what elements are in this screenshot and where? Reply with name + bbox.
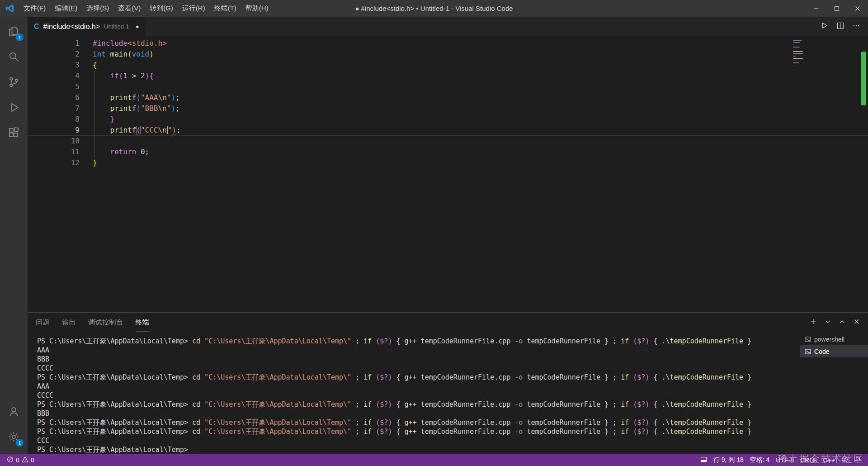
code-token: ; — [175, 93, 180, 102]
sidebar-item-search[interactable] — [0, 45, 28, 70]
line-number[interactable]: 9 — [28, 125, 93, 136]
line-number[interactable]: 12 — [28, 157, 93, 168]
line-number[interactable]: 10 — [28, 136, 93, 147]
line-number[interactable]: 7 — [28, 103, 93, 114]
vscode-logo-icon — [0, 4, 19, 13]
line-number[interactable]: 11 — [28, 147, 93, 157]
code-token: \n — [158, 93, 167, 102]
split-editor-button[interactable] — [837, 22, 844, 31]
minimap-line — [793, 58, 803, 59]
panel-body: PS C:\Users\王孖豪\AppData\Local\Temp> cd "… — [28, 332, 868, 454]
launch-profile-chevron-icon[interactable] — [825, 319, 831, 327]
code-token: { — [149, 71, 154, 80]
code-line[interactable]: 6 printf("AAA\n"); — [28, 92, 868, 103]
status-cursor-position[interactable]: 行 9, 列 18 — [710, 456, 747, 464]
menu-item[interactable]: 编辑(E) — [50, 0, 82, 17]
minimap-line — [793, 44, 793, 45]
problems-status[interactable]: 0 0 — [4, 454, 38, 466]
search-icon — [8, 51, 20, 65]
run-code-button[interactable] — [821, 22, 828, 31]
panel-tab[interactable]: 调试控制台 — [88, 313, 123, 332]
minimap[interactable] — [793, 40, 820, 66]
code-line[interactable]: 11 return 0; — [28, 147, 868, 157]
sidebar-item-account[interactable] — [0, 399, 28, 425]
panel-tab[interactable]: 问题 — [36, 313, 50, 332]
line-text: #include<stdio.h> — [93, 38, 167, 49]
line-number[interactable]: 4 — [28, 71, 93, 81]
maximize-panel-button[interactable] — [839, 319, 845, 327]
code-token: void — [132, 50, 150, 58]
close-panel-button[interactable] — [854, 319, 860, 327]
code-token: " — [167, 93, 171, 102]
editor-tab-bar: C #include<stdio.h> Untitled-1 ● — [28, 17, 868, 36]
status-text-items: 行 9, 列 18空格: 4UTF-8CRLFC++ — [710, 456, 838, 464]
code-token: ; — [145, 147, 150, 156]
code-token: ( — [136, 93, 141, 102]
errors-count: 0 — [16, 456, 19, 464]
code-line[interactable]: 3{ — [28, 60, 868, 71]
new-terminal-button[interactable] — [810, 319, 816, 327]
code-line[interactable]: 7 printf("BBB\n"); — [28, 103, 868, 114]
account-icon — [8, 405, 20, 419]
terminal-tab-powershell[interactable]: powershell — [800, 333, 868, 345]
menu-item[interactable]: 终端(T) — [210, 0, 241, 17]
terminal-tab-code[interactable]: Code — [800, 345, 868, 357]
activity-bar: 1 — [0, 17, 28, 454]
code-editor[interactable]: 1#include<stdio.h>2int main(void)3{4 if(… — [28, 36, 868, 312]
status-eol[interactable]: CRLF — [797, 456, 820, 464]
minimize-button[interactable] — [806, 0, 826, 17]
code-line[interactable]: 9 printf("CCC\n"); — [28, 125, 868, 136]
code-line[interactable]: 8 } — [28, 114, 868, 125]
line-number[interactable]: 6 — [28, 92, 93, 103]
terminal-line: BBB — [37, 409, 800, 418]
terminal-line: PS C:\Users\王孖豪\AppData\Local\Temp> cd "… — [37, 427, 800, 436]
menu-item[interactable]: 运行(R) — [178, 0, 210, 17]
code-line[interactable]: 2int main(void) — [28, 49, 868, 60]
menu-item[interactable]: 转到(G) — [145, 0, 178, 17]
sidebar-item-settings[interactable]: 1 — [0, 425, 28, 450]
status-encoding[interactable]: UTF-8 — [773, 456, 797, 464]
minimap-line — [793, 42, 800, 43]
sidebar-item-explorer[interactable]: 1 — [0, 19, 28, 45]
minimap-line — [793, 65, 793, 66]
code-area[interactable]: 1#include<stdio.h>2int main(void)3{4 if(… — [28, 36, 868, 312]
status-language-mode[interactable]: C++ — [820, 456, 838, 464]
line-number[interactable]: 2 — [28, 49, 93, 60]
panel-layout-toggle[interactable] — [697, 456, 710, 464]
terminal-output[interactable]: PS C:\Users\王孖豪\AppData\Local\Temp> cd "… — [28, 332, 800, 454]
sidebar-item-extensions[interactable] — [0, 121, 28, 146]
line-text: return 0; — [93, 147, 149, 157]
code-line[interactable]: 4 if(1 > 2){ — [28, 71, 868, 81]
code-line[interactable]: 12} — [28, 157, 868, 168]
menu-item[interactable]: 帮助(H) — [241, 0, 273, 17]
maximize-button[interactable] — [826, 0, 847, 17]
status-bar-right: 行 9, 列 18空格: 4UTF-8CRLFC++ — [697, 456, 864, 464]
dirty-indicator[interactable]: ● — [136, 23, 139, 30]
code-line[interactable]: 10 — [28, 136, 868, 147]
close-button[interactable] — [847, 0, 868, 17]
feedback-button[interactable] — [838, 456, 851, 464]
sidebar-item-run-debug[interactable] — [0, 95, 28, 121]
line-text: int main(void) — [93, 49, 154, 60]
notifications-button[interactable] — [851, 456, 864, 464]
line-number[interactable]: 5 — [28, 81, 93, 92]
panel-tab[interactable]: 终端 — [136, 313, 150, 332]
code-token: ( — [136, 126, 141, 134]
code-line[interactable]: 5 — [28, 81, 868, 92]
line-number[interactable]: 8 — [28, 114, 93, 125]
menu-item[interactable]: 文件(F) — [19, 0, 50, 17]
line-number[interactable]: 3 — [28, 60, 93, 71]
line-text: if(1 > 2){ — [93, 71, 154, 81]
status-indentation[interactable]: 空格: 4 — [747, 456, 773, 464]
tab-untitled-1[interactable]: C #include<stdio.h> Untitled-1 ● — [28, 17, 146, 36]
code-token: main — [110, 50, 128, 58]
more-actions-button[interactable] — [853, 22, 860, 31]
menu-item[interactable]: 选择(S) — [82, 0, 113, 17]
panel-tab[interactable]: 输出 — [62, 313, 76, 332]
line-number[interactable]: 1 — [28, 38, 93, 49]
sidebar-item-source-control[interactable] — [0, 70, 28, 95]
menu-item[interactable]: 查看(V) — [113, 0, 145, 17]
code-line[interactable]: 1#include<stdio.h> — [28, 38, 868, 49]
minimap-line — [793, 62, 799, 63]
line-text: printf("CCC\n"); — [93, 125, 181, 136]
